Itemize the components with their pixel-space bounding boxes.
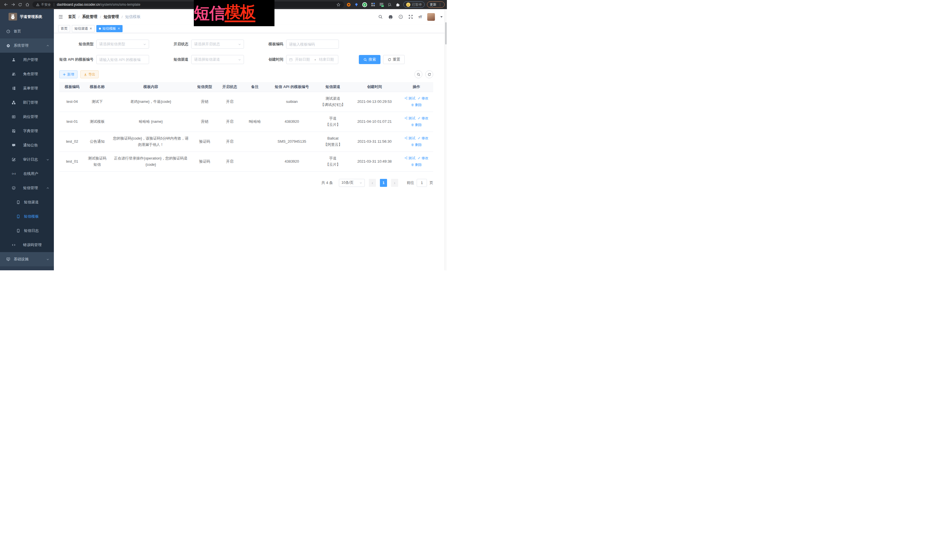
profile-paused-pill[interactable]: ☺ 已暂停 [403, 2, 425, 8]
close-icon[interactable]: ✕ [89, 27, 92, 30]
template-code-input[interactable] [286, 39, 339, 49]
cell-actions: 测试修改删除 [399, 112, 433, 131]
sidebar-item-online-users[interactable]: A 在线用户 [0, 167, 54, 181]
sidebar-item-sms-template[interactable]: 短信模板 [0, 209, 54, 223]
page-size-select[interactable]: 10条/页 [339, 179, 365, 187]
security-warning[interactable]: 不安全 [36, 3, 51, 7]
extension-magnifier-icon[interactable] [387, 3, 392, 7]
channel-select[interactable]: 请选择短信渠道 [191, 55, 244, 64]
extension-gem-icon[interactable] [354, 3, 359, 7]
extension-list-on-icon[interactable]: on [379, 2, 384, 7]
add-button[interactable]: 新增 [59, 70, 77, 78]
breadcrumb: 首页 / 系统管理 / 短信管理 / 短信模板 [68, 14, 141, 20]
current-page-button[interactable]: 1 [380, 179, 387, 187]
delete-link[interactable]: 删除 [411, 142, 422, 148]
extension-grid-icon[interactable] [371, 2, 375, 7]
cell-status: 开启 [217, 131, 242, 151]
sidebar-item-post-mgmt[interactable]: 岗位管理 [0, 110, 54, 124]
sidebar-item-dept-mgmt[interactable]: 部门管理 [0, 95, 54, 110]
url-bar[interactable]: 不安全 dashboard.yudao.iocoder.cn /system/s… [32, 2, 344, 8]
app-title: 芋道管理系统 [20, 14, 42, 20]
date-end-placeholder[interactable]: 结束日期 [319, 57, 336, 62]
tab-sms-template-active[interactable]: 短信模板 ✕ [96, 25, 123, 32]
browser-update-button[interactable]: 更新 ⋮ [427, 2, 445, 8]
fullscreen-icon[interactable] [409, 15, 413, 19]
delete-link[interactable]: 删除 [411, 162, 422, 168]
cell-remark: f哈哈哈 [242, 112, 267, 131]
bookmark-star-icon[interactable] [336, 3, 340, 7]
breadcrumb-system[interactable]: 系统管理 [82, 14, 97, 20]
scrollbar-thumb[interactable] [445, 22, 446, 44]
reload-button[interactable] [17, 1, 24, 8]
edit-link[interactable]: 修改 [418, 115, 428, 121]
test-link[interactable]: 测试 [404, 115, 415, 121]
reset-button[interactable]: 重置 [383, 55, 405, 64]
edit-link[interactable]: 修改 [418, 135, 428, 141]
test-link[interactable]: 测试 [404, 95, 415, 101]
breadcrumb-home[interactable]: 首页 [68, 14, 76, 20]
menu-tree-icon [12, 86, 16, 90]
sidebar-item-infrastructure[interactable]: 基础设施 [0, 252, 54, 266]
test-link[interactable]: 测试 [404, 155, 415, 161]
sidebar-toggle-icon[interactable] [58, 14, 63, 20]
prev-page-button[interactable]: ‹ [369, 179, 376, 187]
sidebar-item-dict-mgmt[interactable]: 字典管理 [0, 124, 54, 138]
create-time-label: 创建时间 [249, 57, 286, 62]
tab-home[interactable]: 首页 [58, 25, 70, 32]
sidebar-item-audit-log[interactable]: 审计日志 [0, 152, 54, 167]
delete-link[interactable]: 删除 [411, 102, 422, 108]
column-header: 模板内容 [109, 82, 192, 92]
sidebar-item-sms-mgmt[interactable]: 短信管理 [0, 181, 54, 195]
app-logo[interactable]: 芋道管理系统 [0, 9, 54, 24]
edit-link[interactable]: 修改 [418, 155, 428, 161]
search-button[interactable]: 搜索 [359, 55, 380, 64]
sidebar-item-role-mgmt[interactable]: 角色管理 [0, 67, 54, 81]
goto-page-input[interactable] [417, 179, 427, 187]
next-page-button[interactable]: › [391, 179, 398, 187]
avatar[interactable] [427, 13, 435, 21]
sidebar-item-label: 角色管理 [23, 71, 38, 77]
sidebar-item-label: 错误码管理 [23, 242, 42, 248]
api-template-input[interactable] [96, 55, 149, 64]
header-search-icon[interactable] [378, 15, 383, 19]
phone-icon [16, 214, 20, 219]
delete-link[interactable]: 删除 [411, 122, 422, 128]
page-scrollbar[interactable] [445, 9, 447, 270]
sidebar-item-user-mgmt[interactable]: 用户管理 [0, 53, 54, 67]
refresh-icon[interactable] [425, 70, 433, 78]
date-start-placeholder[interactable]: 开始日期 [295, 57, 312, 62]
sidebar-item-home[interactable]: 首页 [0, 24, 54, 38]
extension-orange-ring-icon[interactable] [347, 3, 351, 6]
sidebar-item-sms-log[interactable]: 短信日志 [0, 223, 54, 238]
cell-type: 营销 [192, 92, 217, 112]
extension-puzzle-icon[interactable] [396, 3, 400, 7]
date-range-picker[interactable]: 开始日期 - 结束日期 [286, 55, 338, 64]
sidebar-item-sms-channel[interactable]: 短信渠道 [0, 195, 54, 209]
status-select[interactable]: 请选择开启状态 [191, 39, 244, 49]
avatar-caret-icon[interactable] [440, 16, 443, 18]
breadcrumb-sms[interactable]: 短信管理 [104, 14, 119, 20]
tab-sms-channel[interactable]: 短信渠道 ✕ [72, 25, 95, 32]
toggle-search-icon[interactable] [415, 70, 422, 78]
extension-y-icon[interactable]: y [362, 2, 367, 7]
edit-link[interactable]: 修改 [418, 95, 428, 101]
home-button[interactable] [24, 1, 31, 8]
sms-type-select[interactable]: 请选择短信类型 [96, 39, 149, 49]
sidebar-item-system-mgmt[interactable]: 系统管理 [0, 38, 54, 53]
pagination: 共 4 条 10条/页 ‹ 1 › 前往 页 [59, 179, 433, 187]
breadcrumb-current: 短信模板 [125, 14, 141, 20]
forward-button[interactable] [9, 1, 17, 8]
github-icon[interactable] [388, 15, 393, 20]
export-button[interactable]: 导出 [80, 70, 98, 78]
sidebar-item-label: 审计日志 [23, 157, 38, 162]
help-icon[interactable]: ? [398, 15, 403, 19]
test-link[interactable]: 测试 [404, 135, 415, 141]
sidebar-item-menu-mgmt[interactable]: 菜单管理 [0, 81, 54, 95]
close-icon[interactable]: ✕ [117, 27, 120, 30]
sidebar-item-announcement[interactable]: 通知公告 [0, 138, 54, 152]
browser-menu-icon[interactable]: ⋮ [438, 3, 442, 6]
cell-api-id: suibian [267, 92, 316, 112]
font-size-icon[interactable]: тT [418, 15, 422, 19]
back-button[interactable] [2, 1, 9, 8]
sidebar-item-error-code[interactable]: 错误码管理 [0, 238, 54, 252]
